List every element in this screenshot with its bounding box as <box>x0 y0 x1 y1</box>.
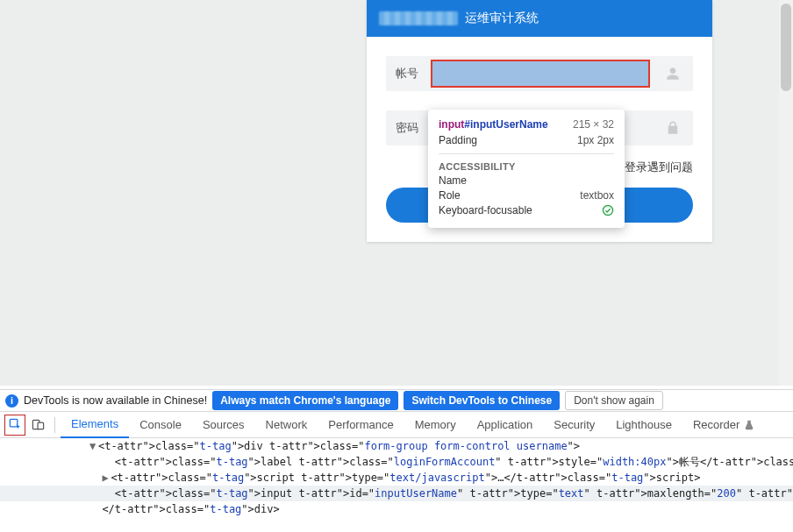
tooltip-role-label: Role <box>439 189 461 202</box>
tab-network[interactable]: Network <box>255 412 318 438</box>
tab-security[interactable]: Security <box>543 412 605 438</box>
svg-rect-1 <box>10 419 17 426</box>
tab-lighthouse[interactable]: Lighthouse <box>605 412 682 438</box>
svg-point-0 <box>603 205 612 215</box>
devtools-tabstrip: Elements Console Sources Network Perform… <box>0 412 793 438</box>
page-background: 运维审计系统 帐号 密码 <box>0 0 793 386</box>
page-scrollbar[interactable] <box>779 0 793 386</box>
tab-separator <box>54 417 55 433</box>
login-title: 运维审计系统 <box>465 11 539 26</box>
tooltip-a11y-header: ACCESSIBILITY <box>439 153 614 172</box>
dom-line[interactable]: <t-attr">class="t-tag">label t-attr">cla… <box>0 454 793 470</box>
tab-elements[interactable]: Elements <box>61 412 129 438</box>
tooltip-padding-label: Padding <box>439 134 477 146</box>
inspector-tooltip: input#inputUserName 215 × 32 Padding 1px… <box>428 110 625 228</box>
tab-recorder[interactable]: Recorder <box>682 412 766 438</box>
switch-language-button[interactable]: Switch DevTools to Chinese <box>404 391 560 410</box>
flask-icon <box>743 419 755 431</box>
dom-line-selected[interactable]: <t-attr">class="t-tag">input t-attr">id=… <box>0 486 793 501</box>
username-row: 帐号 <box>386 56 693 91</box>
infobar-message: DevTools is now available in Chinese! <box>24 394 207 407</box>
username-input[interactable] <box>431 60 650 88</box>
match-language-button[interactable]: Always match Chrome's language <box>212 391 398 410</box>
tab-performance[interactable]: Performance <box>318 412 404 438</box>
dom-line[interactable]: ▼<t-attr">class="t-tag">div t-attr">clas… <box>0 438 793 454</box>
password-label: 密码 <box>386 110 428 145</box>
tooltip-selector: input#inputUserName <box>439 118 548 131</box>
tooltip-name-label: Name <box>439 174 467 187</box>
brand-logo <box>379 11 458 25</box>
lock-icon <box>653 110 693 145</box>
scrollbar-thumb[interactable] <box>781 4 791 91</box>
tab-console[interactable]: Console <box>129 412 192 438</box>
info-icon: i <box>5 394 18 408</box>
svg-rect-3 <box>38 422 44 429</box>
tab-memory[interactable]: Memory <box>404 412 467 438</box>
device-toolbar-tool[interactable] <box>26 414 49 436</box>
login-card-header: 运维审计系统 <box>367 0 712 37</box>
username-label: 帐号 <box>386 56 428 91</box>
devtools-infobar: i DevTools is now available in Chinese! … <box>0 389 793 412</box>
tooltip-role-value: textbox <box>580 189 614 202</box>
elements-panel[interactable]: ▼<t-attr">class="t-tag">div t-attr">clas… <box>0 438 793 532</box>
dom-line[interactable]: ▶<t-attr">class="t-tag">script t-attr">t… <box>0 470 793 486</box>
dom-line[interactable]: </t-attr">class="t-tag">div> <box>0 501 793 517</box>
dismiss-button[interactable]: Don't show again <box>565 391 663 410</box>
check-circle-icon <box>602 204 614 216</box>
tooltip-padding-value: 1px 2px <box>577 134 614 146</box>
user-icon <box>653 56 693 91</box>
tab-application[interactable]: Application <box>467 412 544 438</box>
tooltip-dimensions: 215 × 32 <box>573 118 614 131</box>
tooltip-kf-label: Keyboard-focusable <box>439 204 532 219</box>
login-help-link[interactable]: 登录遇到问题 <box>625 160 693 174</box>
inspect-element-tool[interactable] <box>4 414 26 436</box>
tooltip-kf-value <box>602 204 614 219</box>
tab-sources[interactable]: Sources <box>192 412 255 438</box>
